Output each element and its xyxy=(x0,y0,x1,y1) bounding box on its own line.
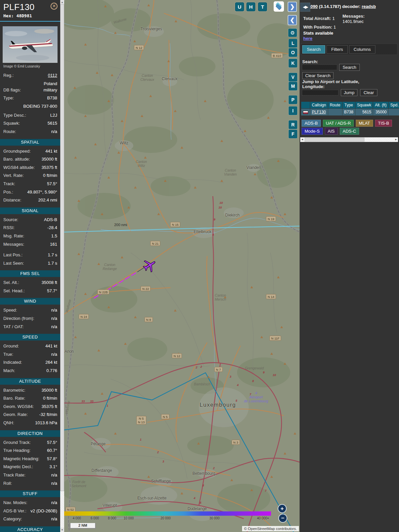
peak-icon xyxy=(284,362,286,365)
tab-filters[interactable]: Filters xyxy=(327,45,347,54)
zoom-out-button[interactable]: − xyxy=(278,514,287,523)
source-filter-button[interactable]: ADS-B xyxy=(302,120,321,127)
data-row: Magnetic Decl.:3.1° xyxy=(0,464,60,472)
table-scrollbar[interactable]: ◄ ► xyxy=(300,137,398,142)
col-alt[interactable]: Alt. (ft) xyxy=(373,102,388,109)
search-button[interactable]: Search xyxy=(339,64,360,71)
scroll-left-icon[interactable]: ◄ xyxy=(300,137,304,142)
info-row: Poland xyxy=(0,80,60,87)
panel-collapse-icon[interactable]: ❮ xyxy=(288,15,297,25)
col-callsign[interactable]: Callsign xyxy=(310,102,328,109)
peak-icon xyxy=(114,32,117,34)
map-button-h[interactable]: H xyxy=(246,2,255,11)
map-toggle-button[interactable]: P xyxy=(289,95,297,104)
close-icon[interactable]: ✕ xyxy=(51,3,58,10)
data-row: Track Rate:n/a xyxy=(0,472,60,480)
peak-icon xyxy=(244,130,246,132)
scrollbar-thumb[interactable] xyxy=(305,138,364,142)
col-squawk[interactable]: Squawk xyxy=(355,102,373,109)
total-aircraft: Total Aircraft: 1 xyxy=(303,16,335,21)
road-sign: N 5 xyxy=(161,414,170,419)
peak-icon xyxy=(220,180,223,182)
source-filter-button[interactable]: MLAT xyxy=(356,120,373,127)
jump-button[interactable]: Jump xyxy=(341,89,357,96)
info-label: Reg.: xyxy=(3,72,14,80)
search-input[interactable] xyxy=(302,65,337,70)
data-row: WGS84 altitude:35375 ft xyxy=(0,164,60,173)
scroll-right-icon[interactable]: ► xyxy=(394,137,398,142)
peak-icon xyxy=(107,176,110,179)
layers-icon[interactable] xyxy=(274,1,284,12)
peak-icon xyxy=(250,489,253,491)
map-button-t[interactable]: T xyxy=(258,2,267,11)
map-attribution[interactable]: © OpenStreetMap contributors. xyxy=(242,526,299,531)
tab-columns[interactable]: Columns xyxy=(349,45,375,54)
source-filter-button[interactable]: ADS-C xyxy=(340,128,359,135)
stats-here-link[interactable]: here xyxy=(303,36,312,41)
map-button-u[interactable]: U xyxy=(235,2,244,11)
map-toggle-button[interactable]: I xyxy=(289,106,297,115)
peak-icon xyxy=(284,452,286,455)
col-flag[interactable] xyxy=(301,102,310,109)
peak-icon xyxy=(84,293,87,295)
peak-icon xyxy=(124,342,127,345)
peak-icon xyxy=(284,213,286,215)
peak-icon xyxy=(175,20,177,22)
callsign-link[interactable]: PLF130 xyxy=(312,110,326,114)
peak-icon xyxy=(147,4,150,6)
sidebar-scrollbar[interactable]: ▲ ▼ xyxy=(60,0,64,532)
map-canvas[interactable]: WallonieTroisviergesCanton ClervauxClerv… xyxy=(64,0,300,532)
sidebar-toggle-icon[interactable]: ◀▶ xyxy=(300,3,310,12)
peak-icon xyxy=(77,200,80,202)
col-type[interactable]: Type xyxy=(342,102,355,109)
panel-expand-icon[interactable]: ❯ xyxy=(288,2,297,12)
map-toggle-button[interactable]: L xyxy=(289,39,297,48)
peak-icon xyxy=(107,100,110,102)
peak-icon xyxy=(147,475,150,478)
col-spd[interactable]: Spd. xyxy=(388,102,399,109)
aircraft-photo[interactable] xyxy=(3,26,58,63)
road-sign: N 12 xyxy=(172,353,182,358)
peak-icon xyxy=(84,412,87,415)
gear-icon[interactable]: ⚙ xyxy=(288,29,297,37)
peak-icon xyxy=(84,115,87,117)
col-route[interactable]: Route xyxy=(328,102,342,109)
source-filter-button[interactable]: AIS xyxy=(325,128,338,135)
source-filter-button[interactable]: UAT / ADS-R xyxy=(323,120,354,127)
data-row: Last Seen:1.7 s xyxy=(0,260,60,268)
readsb-link[interactable]: readsb xyxy=(362,4,376,9)
scrollbar-thumb[interactable] xyxy=(60,4,64,491)
data-row: Geom. Rate:-32 ft/min xyxy=(0,411,60,420)
data-row: Ground:441 kt xyxy=(0,343,60,351)
source-filter-button[interactable]: TIS-B xyxy=(375,120,392,127)
scroll-up-icon[interactable]: ▲ xyxy=(60,0,64,4)
peak-icon xyxy=(114,432,117,435)
clear-button[interactable]: Clear xyxy=(360,89,377,96)
section-header: SIGNAL xyxy=(0,207,60,214)
road-sign: N 22 xyxy=(141,286,151,291)
peak-icon xyxy=(220,140,223,142)
jump-input[interactable] xyxy=(302,90,338,95)
zoom-in-button[interactable]: + xyxy=(278,504,287,513)
altitude-label: 8 000 xyxy=(108,516,116,520)
data-row: Msg. Rate:1.5 xyxy=(0,233,60,241)
table-row[interactable]: PLF130 B738 5615 35000 xyxy=(301,109,399,116)
stats-available: Stats available xyxy=(303,31,333,36)
peak-icon xyxy=(260,336,263,338)
map-toggle-button[interactable]: O xyxy=(289,48,297,57)
map-toggle-button[interactable]: K xyxy=(289,59,297,67)
peak-icon xyxy=(280,326,283,328)
map-toggle-button[interactable]: V xyxy=(289,73,297,81)
map-toggle-button[interactable]: F xyxy=(289,130,297,138)
clear-search-button[interactable]: Clear Search xyxy=(302,72,333,79)
peak-icon xyxy=(97,349,100,351)
scroll-down-icon[interactable]: ▼ xyxy=(60,528,64,532)
data-row: TAT / OAT:n/a xyxy=(0,324,60,332)
map-toggle-button[interactable]: R xyxy=(289,120,297,129)
hex-value: 48D981 xyxy=(16,13,32,18)
tab-search[interactable]: Search xyxy=(302,45,325,54)
data-row: Messages:161 xyxy=(0,241,60,249)
source-filter-button[interactable]: Mode-S xyxy=(302,128,323,135)
map-toggle-button[interactable]: M xyxy=(289,82,297,90)
selected-aircraft-icon[interactable] xyxy=(142,258,157,273)
